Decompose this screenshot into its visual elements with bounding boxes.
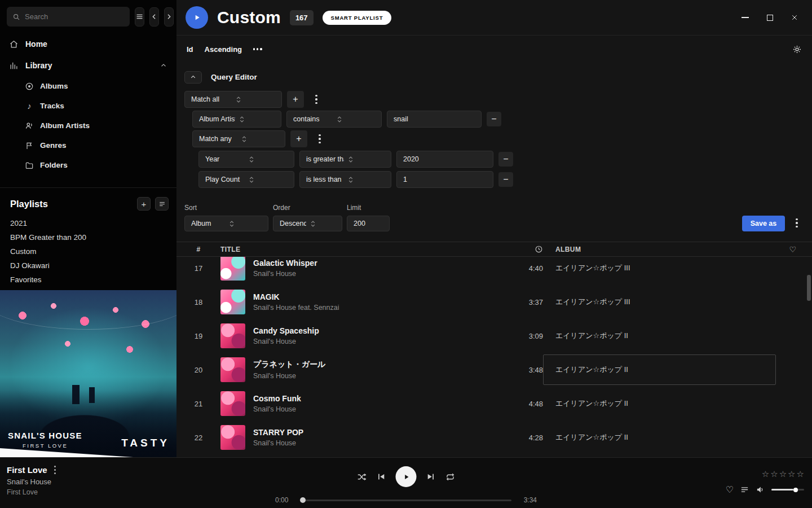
- queue-button[interactable]: [740, 485, 749, 494]
- play-playlist-button[interactable]: [186, 6, 208, 29]
- add-rule-button[interactable]: +: [290, 130, 307, 147]
- chevron-up-icon[interactable]: [160, 62, 167, 69]
- rule-field-select[interactable]: Play Count: [198, 171, 294, 188]
- sidebar-item-home[interactable]: Home: [0, 33, 176, 55]
- sidebar-item-genres[interactable]: Genres: [0, 135, 176, 155]
- minimize-button[interactable]: [736, 9, 753, 26]
- rule-value-field[interactable]: [396, 171, 493, 188]
- order-select[interactable]: Descending: [273, 216, 342, 231]
- volume-slider[interactable]: [771, 489, 804, 491]
- sidebar-item-album-artists[interactable]: Album Artists: [0, 116, 176, 135]
- volume-handle[interactable]: [793, 488, 798, 492]
- close-button[interactable]: [786, 9, 803, 26]
- sort-direction-button[interactable]: Ascending: [205, 45, 242, 54]
- track-artist[interactable]: Snail's House: [253, 439, 303, 447]
- track-artist[interactable]: Snail's House: [253, 405, 301, 413]
- shuffle-button[interactable]: [357, 472, 367, 482]
- collapse-query-editor-button[interactable]: [184, 71, 202, 84]
- now-playing-artwork[interactable]: SNAIL'S HOUSE FIRST LOVE TASTY: [0, 290, 176, 457]
- seek-slider[interactable]: [301, 500, 511, 501]
- remove-rule-button[interactable]: −: [498, 172, 513, 187]
- track-row[interactable]: 20 プラネット・ガール Snail's House 3:48 エイリアン☆ポッ…: [176, 353, 812, 387]
- track-row[interactable]: 21 Cosmo Funk Snail's House 4:48 エイリアン☆ポ…: [176, 387, 812, 421]
- header-album[interactable]: ALBUM: [543, 246, 782, 253]
- star-icon[interactable]: ☆: [797, 469, 804, 479]
- playlist-item[interactable]: Custom: [10, 244, 176, 259]
- rule-group-menu-icon[interactable]: [309, 91, 324, 108]
- settings-button[interactable]: [792, 45, 802, 54]
- save-as-button[interactable]: Save as: [742, 216, 785, 231]
- header-favorite[interactable]: ♡: [782, 245, 804, 254]
- track-album[interactable]: エイリアン☆ポップ III: [543, 263, 782, 273]
- track-album[interactable]: エイリアン☆ポップ II: [543, 432, 782, 443]
- sidebar-item-folders[interactable]: Folders: [0, 155, 176, 175]
- track-row[interactable]: 18 MAGIK Snail's House feat. Sennzai 3:3…: [176, 285, 812, 319]
- more-options-icon[interactable]: [253, 48, 262, 50]
- star-icon[interactable]: ☆: [770, 469, 778, 479]
- header-duration[interactable]: [475, 245, 543, 253]
- play-pause-button[interactable]: [396, 466, 417, 487]
- playlist-item[interactable]: DJ Okawari: [10, 259, 176, 273]
- rule-field-select[interactable]: Year: [198, 151, 294, 168]
- rule-value-field[interactable]: [387, 111, 482, 128]
- root-match-select[interactable]: Match all: [184, 91, 282, 108]
- rule-operator-select[interactable]: is greater than: [299, 151, 391, 168]
- nav-forward-button[interactable]: [164, 7, 174, 27]
- now-playing-title[interactable]: First Love: [7, 465, 47, 475]
- playlist-item[interactable]: BPM Greater than 200: [10, 230, 176, 244]
- playlist-list-button[interactable]: [155, 197, 169, 211]
- track-album[interactable]: エイリアン☆ポップ II: [543, 398, 782, 409]
- limit-input[interactable]: [354, 220, 383, 227]
- add-playlist-button[interactable]: +: [137, 197, 151, 211]
- sidebar-item-tracks[interactable]: ♪ Tracks: [0, 96, 176, 116]
- search-box[interactable]: [7, 7, 130, 27]
- rule-value-input[interactable]: [403, 155, 487, 163]
- track-artist[interactable]: Snail's House feat. Sennzai: [253, 304, 339, 312]
- rule-field-select[interactable]: Album Artist: [192, 111, 281, 128]
- remove-rule-button[interactable]: −: [498, 152, 513, 167]
- search-input[interactable]: [25, 12, 124, 21]
- rule-value-field[interactable]: [396, 151, 493, 168]
- now-playing-album[interactable]: First Love: [7, 488, 56, 496]
- next-button[interactable]: [426, 472, 436, 481]
- header-index[interactable]: #: [184, 246, 213, 253]
- volume-button[interactable]: [756, 485, 765, 494]
- add-rule-button[interactable]: +: [287, 91, 304, 108]
- track-row[interactable]: 17 Galactic Whisper Snail's House 4:40 エ…: [176, 257, 812, 285]
- now-playing-artist[interactable]: Snail's House: [7, 478, 56, 486]
- star-icon[interactable]: ☆: [762, 469, 769, 479]
- sidebar-item-albums[interactable]: Albums: [0, 76, 176, 96]
- track-album[interactable]: エイリアン☆ポップ III: [543, 297, 782, 307]
- rule-operator-select[interactable]: contains: [286, 111, 382, 128]
- track-artist[interactable]: Snail's House: [253, 372, 325, 380]
- playlist-item[interactable]: Favorites: [10, 273, 176, 287]
- rule-value-input[interactable]: [394, 115, 475, 123]
- star-icon[interactable]: ☆: [779, 469, 787, 479]
- track-artist[interactable]: Snail's House: [253, 270, 317, 278]
- remove-rule-button[interactable]: −: [487, 112, 501, 126]
- track-row[interactable]: 22 STARRY POP Snail's House 4:28 エイリアン☆ポ…: [176, 421, 812, 454]
- sort-select[interactable]: Album: [184, 216, 268, 231]
- favorite-button[interactable]: ♡: [726, 484, 734, 495]
- limit-field[interactable]: [347, 216, 390, 231]
- rule-operator-select[interactable]: is less than: [299, 171, 391, 188]
- playlist-item[interactable]: 2021: [10, 216, 176, 230]
- menu-button[interactable]: [135, 7, 144, 27]
- save-menu-icon[interactable]: [789, 214, 804, 231]
- group-match-select[interactable]: Match any: [192, 130, 285, 147]
- album-cell-focused[interactable]: エイリアン☆ポップ II: [543, 354, 776, 385]
- nav-back-button[interactable]: [149, 7, 159, 27]
- sidebar-item-library[interactable]: Library: [0, 55, 176, 76]
- seek-handle[interactable]: [300, 497, 306, 503]
- track-artist[interactable]: Snail's House: [253, 338, 319, 345]
- star-icon[interactable]: ☆: [788, 469, 795, 479]
- maximize-button[interactable]: [761, 9, 778, 26]
- sort-field-button[interactable]: Id: [187, 45, 193, 54]
- rule-group-menu-icon[interactable]: [312, 130, 327, 147]
- header-title[interactable]: TITLE: [213, 246, 475, 253]
- previous-button[interactable]: [377, 472, 386, 481]
- rule-value-input[interactable]: [403, 176, 487, 183]
- now-playing-menu-icon[interactable]: [54, 466, 56, 475]
- track-album[interactable]: エイリアン☆ポップ II: [543, 331, 782, 341]
- track-row[interactable]: 19 Candy Spaceship Snail's House 3:09 エイ…: [176, 319, 812, 353]
